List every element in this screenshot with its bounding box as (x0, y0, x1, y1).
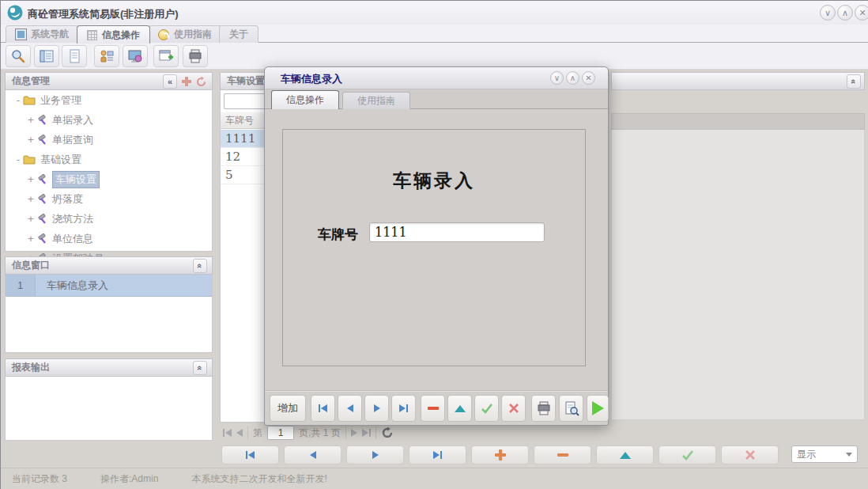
prev-page-button[interactable] (236, 429, 243, 437)
window-minimize-button[interactable]: ∨ (820, 5, 836, 21)
folder-icon (23, 95, 36, 105)
dialog-toolbar: 增加 (265, 390, 608, 426)
tab-system-navigation[interactable]: 系统导航 (6, 25, 79, 43)
tree-item-business-management[interactable]: - 业务管理 (6, 90, 212, 110)
dialog-maximize-button[interactable]: ∧ (566, 71, 579, 85)
dialog-tab-strip: 信息操作 使用指南 (265, 89, 608, 109)
first-icon (319, 404, 327, 412)
play-icon (592, 401, 604, 415)
first-page-button[interactable] (223, 429, 232, 437)
collapse-panel-button[interactable]: « (193, 361, 207, 375)
edit-icon (455, 405, 466, 412)
tree-item-unit-info[interactable]: + 单位信息 (6, 229, 212, 248)
collapse-panel-button[interactable]: « (193, 259, 207, 273)
expander-icon[interactable]: - (13, 94, 23, 106)
dialog-save-button[interactable] (474, 395, 499, 422)
dialog-next-button[interactable] (364, 395, 389, 422)
form-heading: 车辆录入 (282, 169, 586, 193)
expander-icon[interactable]: + (26, 114, 36, 126)
last-icon (399, 404, 408, 412)
separator (247, 426, 248, 439)
dialog-tab-info-operation[interactable]: 信息操作 (271, 90, 339, 109)
delete-record-button[interactable] (534, 445, 591, 464)
collapse-left-button[interactable]: « (163, 74, 177, 89)
nav-first-button[interactable] (221, 445, 279, 464)
next-page-button[interactable] (351, 429, 357, 437)
nav-last-button[interactable] (409, 445, 466, 464)
dialog-delete-button[interactable] (421, 395, 445, 422)
info-management-tree: - 业务管理 + 单据录入 + 单据查询 - 基础设置 + 车辆设置 + 坍落度 (5, 90, 213, 252)
first-icon (246, 451, 255, 459)
nav-next-button[interactable] (346, 445, 404, 464)
window-maximize-button[interactable]: ∧ (837, 5, 853, 21)
cancel-record-button[interactable] (721, 445, 779, 464)
dialog-first-button[interactable] (311, 395, 335, 422)
edit-record-button[interactable] (596, 445, 654, 464)
dialog-last-button[interactable] (391, 395, 416, 422)
tab-information-operation[interactable]: 信息操作 (77, 25, 150, 44)
expander-icon[interactable]: + (26, 173, 36, 185)
dialog-cancel-button[interactable] (501, 395, 526, 422)
tab-about[interactable]: 关于 (219, 25, 259, 43)
tree-item-document-entry[interactable]: + 单据录入 (6, 110, 212, 130)
printer-button[interactable] (183, 45, 208, 67)
expander-icon[interactable]: - (13, 154, 23, 165)
expander-icon[interactable]: + (26, 213, 36, 225)
collapse-right-panel-button[interactable]: « (847, 74, 861, 89)
dialog-close-button[interactable]: ✕ (582, 71, 595, 85)
item-label: 车辆信息录入 (36, 279, 108, 293)
page-number-input[interactable] (267, 426, 294, 440)
refresh-grid-icon[interactable] (381, 426, 394, 439)
tree-item-label: 浇筑方法 (52, 212, 93, 226)
tree-item-document-query[interactable]: + 单据查询 (6, 130, 212, 150)
expander-icon[interactable]: + (26, 233, 36, 244)
refresh-icon[interactable] (195, 76, 207, 88)
dialog-prev-button[interactable] (338, 395, 362, 422)
report-output-list (5, 377, 213, 441)
app-window: 商砼管理系统简易版(非注册用户) ∨ ∧ ✕ 系统导航 信息操作 使用指南 关于 (0, 0, 868, 489)
add-button[interactable]: 增加 (270, 395, 306, 422)
save-record-button[interactable] (659, 445, 716, 464)
tree-item-slump[interactable]: + 坍落度 (6, 189, 212, 209)
last-page-button[interactable] (362, 429, 371, 437)
tree-item-vehicle-settings[interactable]: + 车辆设置 (6, 169, 212, 189)
add-icon[interactable] (182, 77, 191, 86)
document-button[interactable] (62, 45, 87, 67)
tree-item-basic-settings[interactable]: - 基础设置 (6, 150, 212, 169)
prev-icon (347, 404, 353, 412)
list-view-icon (39, 48, 55, 64)
display-dropdown[interactable]: 显示 (791, 445, 858, 463)
tab-label: 系统导航 (31, 28, 69, 41)
monitor-button[interactable] (123, 45, 148, 67)
dialog-edit-button[interactable] (447, 395, 472, 422)
tool-icon (36, 135, 47, 146)
tool-icon (36, 233, 47, 244)
minus-icon (428, 407, 439, 410)
dialog-print-preview-button[interactable] (559, 395, 583, 422)
search-button[interactable] (6, 45, 31, 67)
right-panel-content (611, 130, 865, 420)
plus-icon (495, 449, 506, 461)
status-message-text: 本系统支持二次开发和全新开发! (191, 472, 326, 486)
nav-prev-button[interactable] (284, 445, 342, 464)
new-window-button[interactable] (153, 45, 179, 67)
check-icon (681, 449, 694, 461)
tree-item-pouring-method[interactable]: + 浇筑方法 (6, 209, 212, 229)
info-window-item-vehicle-entry[interactable]: 1 车辆信息录入 (6, 275, 212, 297)
separator (345, 426, 346, 439)
plate-number-input[interactable] (369, 222, 545, 242)
dialog-tab-user-guide[interactable]: 使用指南 (342, 92, 410, 109)
add-record-button[interactable] (471, 445, 529, 464)
expander-icon[interactable]: + (26, 134, 36, 146)
tab-user-guide[interactable]: 使用指南 (148, 25, 222, 43)
expander-icon[interactable]: + (26, 193, 36, 205)
next-icon (374, 404, 380, 412)
user-tasks-button[interactable] (94, 45, 119, 67)
dialog-minimize-button[interactable]: ∨ (550, 71, 564, 85)
window-close-button[interactable]: ✕ (855, 5, 868, 21)
dialog-print-button[interactable] (531, 395, 556, 422)
tool-icon (36, 174, 47, 185)
dialog-execute-button[interactable] (587, 395, 609, 422)
list-view-button[interactable] (34, 45, 59, 67)
plate-number-label: 车牌号 (318, 226, 358, 244)
